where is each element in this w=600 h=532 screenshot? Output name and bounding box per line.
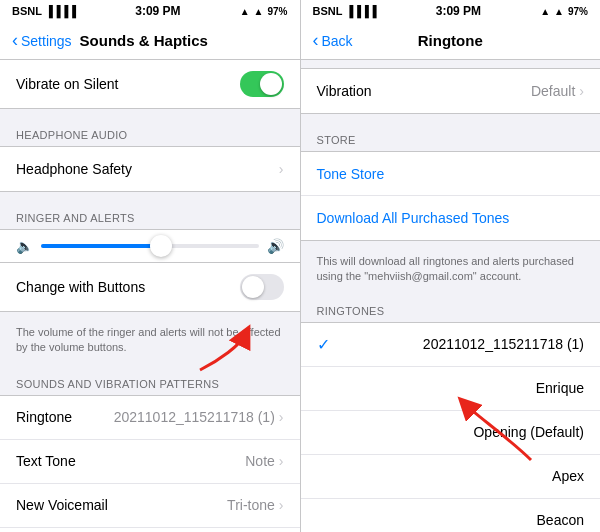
voicemail-chevron: › [279,497,284,513]
download-tones-item[interactable]: Download All Purchased Tones [301,196,601,240]
back-chevron-right: ‹ [313,30,319,51]
voicemail-label: New Voicemail [16,497,108,513]
section-ringtones: RINGTONES [301,293,601,322]
voicemail-value: Tri-tone [227,497,275,513]
status-bar-left: BSNL ▐▐▐▐ 3:09 PM ▲ ▲ 97% [0,0,300,22]
text-tone-chevron: › [279,453,284,469]
headphone-safety-item[interactable]: Headphone Safety › [0,147,300,191]
voicemail-right: Tri-tone › [227,497,283,513]
change-buttons-group: Change with Buttons [0,263,300,312]
ringtone-name-4: Beacon [537,512,584,528]
text-tone-item[interactable]: Text Tone Note › [0,440,300,484]
status-left-right: BSNL ▐▐▐▐ [313,5,377,17]
wifi-icon-left: ▲ [254,6,264,17]
nav-bar-left: ‹ Settings Sounds & Haptics [0,22,300,60]
slider-thumb[interactable] [150,235,172,257]
location-icon: ▲ [240,6,250,17]
page-title-left: Sounds & Haptics [80,32,208,49]
section-store: STORE [301,122,601,151]
battery-right: 97% [568,6,588,17]
time-left: 3:09 PM [135,4,180,18]
vibrate-group: Vibrate on Silent [0,60,300,109]
left-panel: BSNL ▐▐▐▐ 3:09 PM ▲ ▲ 97% ‹ Settings Sou… [0,0,300,532]
vibrate-toggle[interactable] [240,71,284,97]
ringtone-item-0[interactable]: ✓ 20211012_115211718 (1) [301,323,601,367]
signal-icon-left: ▐▐▐▐ [45,5,76,17]
change-buttons-toggle[interactable] [240,274,284,300]
ringtones-group: ✓ 20211012_115211718 (1) Enrique Opening… [301,322,601,532]
text-tone-right: Note › [245,453,283,469]
ringtone-item[interactable]: Ringtone 20211012_115211718 (1) › [0,396,300,440]
back-button-right[interactable]: ‹ Back [313,30,353,51]
back-button-left[interactable]: ‹ Settings [12,30,72,51]
carrier-left: BSNL [12,5,42,17]
change-with-buttons-item[interactable]: Change with Buttons [0,263,300,311]
toggle-knob-2 [242,276,264,298]
store-description: This will download all ringtones and ale… [301,249,601,293]
section-patterns: SOUNDS AND VIBRATION PATTERNS [0,366,300,395]
ringtone-name-3: Apex [552,468,584,484]
new-mail-item[interactable]: New Mail None › [0,528,300,532]
vibrate-on-silent-item[interactable]: Vibrate on Silent [0,60,300,108]
left-content: Vibrate on Silent HEADPHONE AUDIO Headph… [0,60,300,532]
slider-row: 🔈 🔊 [0,229,300,263]
ringtone-item-3[interactable]: Apex [301,455,601,499]
right-panel: BSNL ▐▐▐▐ 3:09 PM ▲ ▲ 97% ‹ Back Rington… [301,0,601,532]
headphone-safety-label: Headphone Safety [16,161,132,177]
carrier-right: BSNL [313,5,343,17]
signal-icon-right: ▐▐▐▐ [345,5,376,17]
ringtone-right: 20211012_115211718 (1) › [114,409,284,425]
location-icon-right: ▲ [540,6,550,17]
back-label-left: Settings [21,33,72,49]
store-group: Tone Store Download All Purchased Tones [301,151,601,241]
vibration-label: Vibration [317,83,372,99]
ringtone-name-2: Opening (Default) [473,424,584,440]
right-content: Vibration Default › STORE Tone Store Dow… [301,60,601,532]
text-tone-value: Note [245,453,275,469]
download-tones-label: Download All Purchased Tones [317,210,510,226]
back-chevron-left: ‹ [12,30,18,51]
slider-fill [41,244,161,248]
ringtone-chevron: › [279,409,284,425]
text-tone-label: Text Tone [16,453,76,469]
ringtone-label: Ringtone [16,409,72,425]
status-right-right: ▲ ▲ 97% [540,6,588,17]
nav-bar-right: ‹ Back Ringtone [301,22,601,60]
wifi-icon-right: ▲ [554,6,564,17]
vibration-chevron: › [579,83,584,99]
tone-store-item[interactable]: Tone Store [301,152,601,196]
back-label-right: Back [322,33,353,49]
section-headphone: HEADPHONE AUDIO [0,117,300,146]
time-right: 3:09 PM [436,4,481,18]
vibration-value: Default [531,83,575,99]
ringtone-item-1[interactable]: Enrique [301,367,601,411]
vibration-right: Default › [531,83,584,99]
vibration-group: Vibration Default › [301,68,601,114]
headphone-chevron: › [279,161,284,177]
volume-slider[interactable] [41,244,259,248]
tone-store-label: Tone Store [317,166,385,182]
checkmark-icon: ✓ [317,335,330,354]
ringtone-value: 20211012_115211718 (1) [114,409,275,425]
ringtone-name-1: Enrique [536,380,584,396]
change-with-buttons-label: Change with Buttons [16,279,145,295]
status-right-left: ▲ ▲ 97% [240,6,288,17]
patterns-group: Ringtone 20211012_115211718 (1) › Text T… [0,395,300,532]
vol-high-icon: 🔊 [267,238,284,254]
vibrate-label: Vibrate on Silent [16,76,118,92]
ringtone-item-2[interactable]: Opening (Default) [301,411,601,455]
toggle-knob [260,73,282,95]
battery-left: 97% [267,6,287,17]
ringtone-item-4[interactable]: Beacon [301,499,601,532]
headphone-group: Headphone Safety › [0,146,300,192]
ringer-description: The volume of the ringer and alerts will… [0,320,300,366]
vibration-item[interactable]: Vibration Default › [301,69,601,113]
vol-low-icon: 🔈 [16,238,33,254]
ringtone-name-0: 20211012_115211718 (1) [423,336,584,352]
status-bar-right: BSNL ▐▐▐▐ 3:09 PM ▲ ▲ 97% [301,0,601,22]
status-left: BSNL ▐▐▐▐ [12,5,76,17]
voicemail-item[interactable]: New Voicemail Tri-tone › [0,484,300,528]
section-ringer: RINGER AND ALERTS [0,200,300,229]
page-title-right: Ringtone [418,32,483,49]
